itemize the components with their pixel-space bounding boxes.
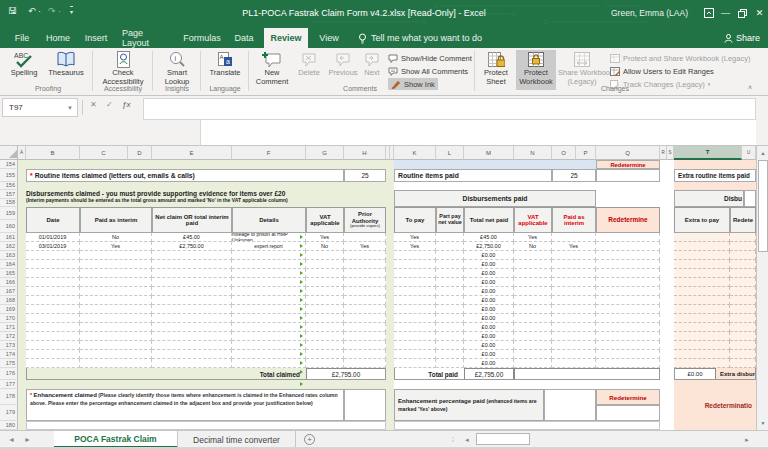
show-all-comments-button[interactable]: Show All Comments xyxy=(388,65,468,77)
left-table-cell[interactable] xyxy=(152,305,232,314)
mid-table-cell[interactable] xyxy=(514,251,552,260)
mid-table-cell[interactable] xyxy=(514,341,552,350)
mid-table-cell[interactable] xyxy=(394,359,436,368)
mid-table-cell[interactable] xyxy=(436,287,464,296)
left-table-cell[interactable] xyxy=(232,296,306,305)
cancel-formula-icon[interactable]: ✕ xyxy=(90,100,97,109)
mid-table-cell[interactable] xyxy=(596,305,660,314)
mid-table-cell[interactable] xyxy=(552,260,596,269)
row-header-159[interactable]: 159 xyxy=(0,207,18,220)
vertical-scrollbar[interactable]: ▲ ▼ xyxy=(756,146,768,430)
row-header-164[interactable]: 164 xyxy=(0,260,18,269)
left-table-cell[interactable] xyxy=(232,359,306,368)
left-table-cell[interactable] xyxy=(306,314,344,323)
left-table-cell[interactable] xyxy=(232,269,306,278)
column-header-N[interactable]: N xyxy=(514,146,552,160)
row-header-166[interactable]: 166 xyxy=(0,278,18,287)
left-table-cell[interactable] xyxy=(306,350,344,359)
left-table-cell[interactable]: £2,750.00 xyxy=(152,242,232,251)
translate-button[interactable]: aA Translate xyxy=(204,50,246,90)
row-header-167[interactable]: 167 xyxy=(0,287,18,296)
left-table-cell[interactable] xyxy=(344,296,386,305)
mid-table-cell[interactable]: £2,750.00 xyxy=(464,242,514,251)
mid-table-cell[interactable] xyxy=(514,278,552,287)
mid-table-cell[interactable] xyxy=(552,341,596,350)
row-header-176[interactable]: 176 xyxy=(0,368,18,380)
left-table-cell[interactable] xyxy=(232,314,306,323)
row-header-165[interactable]: 165 xyxy=(0,269,18,278)
close-button[interactable]: ✕ xyxy=(751,0,768,26)
row-header-156[interactable]: 156 xyxy=(0,182,18,190)
left-table-cell[interactable] xyxy=(344,350,386,359)
right-table-cell[interactable] xyxy=(674,269,730,278)
left-table-cell[interactable] xyxy=(232,251,306,260)
mid-table-cell[interactable]: No xyxy=(514,242,552,251)
tab-review[interactable]: Review xyxy=(264,28,308,48)
cell-justification-box[interactable] xyxy=(26,421,386,430)
new-comment-button[interactable]: New Comment xyxy=(252,50,292,90)
mid-table-cell[interactable] xyxy=(394,296,436,305)
left-table-cell[interactable] xyxy=(80,296,152,305)
right-table-cell[interactable] xyxy=(730,287,756,296)
left-table-cell[interactable] xyxy=(232,341,306,350)
left-table-cell[interactable] xyxy=(306,296,344,305)
tab-page-layout[interactable]: Page Layout xyxy=(118,28,174,48)
row-header-157[interactable]: 157 xyxy=(0,190,18,199)
left-table-cell[interactable] xyxy=(26,323,80,332)
left-table-cell[interactable] xyxy=(306,278,344,287)
mid-table-cell[interactable]: £45.00 xyxy=(464,233,514,242)
row-header-178[interactable]: 178 xyxy=(0,389,18,405)
header-paid-as-interim[interactable]: Paid as interim xyxy=(80,207,152,233)
mid-table-cell[interactable] xyxy=(514,305,552,314)
right-table-cell[interactable] xyxy=(674,233,730,242)
left-table-cell[interactable] xyxy=(152,323,232,332)
mid-table-cell[interactable]: £0.00 xyxy=(464,251,514,260)
header-vat-applicable-paid[interactable]: VAT applicable xyxy=(514,207,552,233)
header-redetermine-clipped[interactable]: Redete xyxy=(730,207,756,233)
name-box-dropdown-icon[interactable]: ▼ xyxy=(67,105,73,111)
sheet-tab-decimal-time-converter[interactable]: Decimal time converter xyxy=(178,431,296,448)
row-header-179[interactable]: 179 xyxy=(0,405,18,421)
left-table-cell[interactable] xyxy=(26,251,80,260)
scroll-down-icon[interactable]: ▼ xyxy=(758,417,768,428)
right-table-cell[interactable] xyxy=(674,314,730,323)
protect-workbook-button[interactable]: Protect Workbook xyxy=(516,50,556,90)
mid-table-cell[interactable] xyxy=(436,332,464,341)
show-hide-comment-button[interactable]: Show/Hide Comment xyxy=(388,52,472,64)
header-prior-authority[interactable]: Prior Authority(provide copies) xyxy=(344,207,386,233)
cell-enhancement-claimed[interactable]: * Enhancement claimed (Please clearly id… xyxy=(26,389,344,421)
right-table-cell[interactable] xyxy=(730,341,756,350)
left-table-cell[interactable]: 01/01/2019 xyxy=(26,233,80,242)
left-table-cell[interactable] xyxy=(26,332,80,341)
column-header-E[interactable]: E xyxy=(152,146,232,160)
row-header-158[interactable]: 158 xyxy=(0,199,18,207)
row-header-163[interactable]: 163 xyxy=(0,251,18,260)
cell-routine-claimed-value[interactable]: 25 xyxy=(344,169,386,182)
left-table-cell[interactable] xyxy=(80,278,152,287)
right-table-cell[interactable] xyxy=(730,314,756,323)
restore-button[interactable] xyxy=(734,0,751,26)
sheet-tab-poca-fastrak-claim[interactable]: POCA Fastrak Claim xyxy=(54,431,178,448)
tab-scrollbar-divider[interactable]: ⁞ xyxy=(452,431,454,448)
mid-table-cell[interactable]: £0.00 xyxy=(464,314,514,323)
show-ink-button[interactable]: Show Ink xyxy=(388,78,438,90)
smart-lookup-button[interactable]: i Smart Lookup xyxy=(156,50,198,90)
row-header-174[interactable]: 174 xyxy=(0,350,18,359)
tab-data[interactable]: Data xyxy=(230,28,258,48)
mid-table-cell[interactable]: £0.00 xyxy=(464,278,514,287)
cell-routine-items-claimed[interactable]: *Routine items claimed (letters out, ema… xyxy=(26,169,344,182)
mid-table-cell[interactable]: £0.00 xyxy=(464,269,514,278)
tab-home[interactable]: Home xyxy=(42,28,74,48)
mid-table-cell[interactable] xyxy=(596,332,660,341)
minimize-button[interactable]: — xyxy=(717,0,734,26)
mid-table-cell[interactable] xyxy=(436,269,464,278)
left-table-cell[interactable] xyxy=(80,350,152,359)
mid-table-cell[interactable] xyxy=(552,332,596,341)
left-table-cell[interactable] xyxy=(344,278,386,287)
mid-table-cell[interactable] xyxy=(394,323,436,332)
column-header-U[interactable]: U xyxy=(742,146,756,160)
mid-table-cell[interactable] xyxy=(514,314,552,323)
mid-table-cell[interactable] xyxy=(394,278,436,287)
right-table-cell[interactable] xyxy=(674,296,730,305)
row-header-160[interactable]: 160 xyxy=(0,220,18,233)
